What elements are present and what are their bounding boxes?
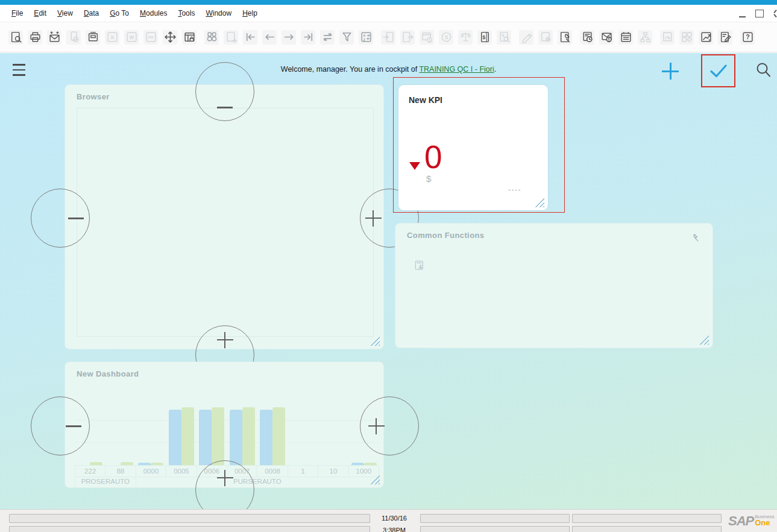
common-functions-resize-handle[interactable] <box>698 334 709 345</box>
widget-common-functions[interactable]: Common Functions <box>395 223 713 348</box>
toolbar-user-defined-values-button[interactable] <box>718 30 732 45</box>
plus-icon <box>368 418 385 434</box>
toolbar-dashboard-button <box>660 30 675 45</box>
svg-text:W: W <box>129 34 134 40</box>
toolbar-export-pdf-button: PDF <box>143 30 158 45</box>
toolbar-print-layout-designer-button[interactable] <box>86 30 100 45</box>
menu-file[interactable]: File <box>6 9 28 17</box>
status-field <box>420 526 570 532</box>
wrench-icon[interactable] <box>689 232 699 242</box>
calendar-icon <box>620 31 632 43</box>
menu-view[interactable]: View <box>52 9 78 17</box>
toolbar-pervasive-analytics-button[interactable]: s <box>699 30 713 45</box>
x-axis-label: 0000 <box>136 466 166 477</box>
toolbar-print-button[interactable] <box>28 30 42 45</box>
toolbar-print-preview-button[interactable] <box>8 30 23 45</box>
dashboard-collapse-left-button[interactable] <box>31 396 90 455</box>
welcome-text: Welcome, manager. You are in cockpit of <box>281 65 420 74</box>
kpi-resize-handle[interactable] <box>533 197 544 207</box>
menu-bar: FileEditViewDataGo ToModulesToolsWindowH… <box>0 5 777 22</box>
x-axis-label: 88 <box>105 466 136 477</box>
sap-business-one-logo: SAP Business One <box>728 514 775 528</box>
menu-tools[interactable]: Tools <box>172 9 200 17</box>
help-icon: ? <box>741 31 754 43</box>
toolbar-send-email-button[interactable] <box>47 30 61 45</box>
dashboard-expand-right-button[interactable] <box>360 396 419 455</box>
export-excel-icon: X <box>106 31 119 43</box>
add-icon <box>225 31 238 43</box>
toolbar-next-record-button[interactable] <box>282 30 296 45</box>
dashboard-icon <box>661 31 674 43</box>
toolbar-group: s <box>660 30 732 45</box>
minimize-icon[interactable] <box>739 10 746 17</box>
menu-edit[interactable]: Edit <box>28 9 52 17</box>
pan-icon <box>164 31 177 43</box>
toolbar-messages-button[interactable] <box>599 30 614 45</box>
menu-modules[interactable]: Modules <box>134 9 172 17</box>
toolbar-help-button[interactable]: ? <box>740 30 755 45</box>
x-axis-label: 1 <box>288 466 318 477</box>
edit-icon <box>520 31 533 43</box>
menu-window[interactable]: Window <box>200 9 237 17</box>
toolbar-filter-button[interactable] <box>339 30 354 45</box>
x-axis-group-label: PURSERAUTO <box>136 477 379 487</box>
toolbar-previous-record-button[interactable] <box>262 30 277 45</box>
toolbar-first-record-button[interactable] <box>243 30 257 45</box>
cockpit-link[interactable]: TRAINING QC I - Fiori <box>419 65 494 74</box>
target-document-icon <box>401 31 414 43</box>
toolbar-target-document-button <box>400 30 415 45</box>
status-date: 11/30/16 <box>371 515 417 522</box>
toolbar-export-excel-button: X <box>105 30 119 45</box>
toolbar-sort-button[interactable]: AZ <box>359 30 373 45</box>
toolbar-find-button[interactable] <box>204 30 219 45</box>
browser-collapse-left-button[interactable] <box>31 189 90 248</box>
gross-profit-icon: S <box>440 31 453 43</box>
search-icon <box>755 61 772 78</box>
base-document-icon <box>382 31 395 43</box>
welcome-period: . <box>494 65 496 74</box>
toolbar-calendar-button[interactable] <box>618 30 633 45</box>
menu-data[interactable]: Data <box>78 9 104 17</box>
toolbar-form-settings-button[interactable] <box>558 30 572 45</box>
close-icon[interactable] <box>773 9 777 17</box>
chart-gridline <box>75 420 379 421</box>
menu-help[interactable]: Help <box>237 9 263 17</box>
toolbar-group: AZ <box>204 30 373 45</box>
last-record-icon <box>302 31 315 43</box>
status-time: 3:38PM <box>371 527 417 532</box>
business-partner-document-icon[interactable] <box>414 260 425 271</box>
toolbar-export-word-button: W <box>124 30 139 45</box>
browser-collapse-top-button[interactable] <box>195 62 254 121</box>
chart-bar-series-blue-0006 <box>199 410 212 465</box>
toolbar-transaction-journal-button[interactable]: $ <box>477 30 492 45</box>
toolbar-last-record-button[interactable] <box>301 30 315 45</box>
alerts-icon <box>581 31 594 43</box>
print-icon <box>29 31 42 43</box>
confirm-button[interactable] <box>710 64 727 81</box>
kpi-title: New KPI <box>409 95 442 105</box>
minus-icon <box>66 425 81 427</box>
maximize-icon[interactable] <box>755 10 764 17</box>
toolbar-alerts-button[interactable] <box>580 30 594 45</box>
search-button[interactable] <box>755 61 772 81</box>
add-widget-button[interactable] <box>662 63 679 80</box>
kpi-unit: $ <box>426 174 431 184</box>
chart-bar-series-blue-0005 <box>169 410 181 465</box>
toolbar-lock-screen-button[interactable] <box>182 30 197 45</box>
toolbar-pan-button[interactable] <box>163 30 177 45</box>
toolbar-refresh-button[interactable] <box>320 30 335 45</box>
organizational-chart-icon <box>639 31 652 43</box>
dashboard-title: New Dashboard <box>77 369 139 378</box>
browser-resize-handle[interactable] <box>369 336 380 346</box>
widget-new-kpi[interactable]: New KPI 0 $ ---- <box>398 84 549 211</box>
window-title-stripe <box>0 0 777 5</box>
svg-text:A: A <box>363 34 366 37</box>
toolbar-group: XWPDF <box>8 30 197 45</box>
widget-browser[interactable]: Browser <box>64 84 384 349</box>
chart-bar-series-blue-0008 <box>260 410 272 465</box>
menu-go-to[interactable]: Go To <box>104 9 134 17</box>
chart-bar-series-green-0008 <box>272 407 285 465</box>
toolbar-widget-gallery-button <box>679 30 694 45</box>
menu-items: FileEditViewDataGo ToModulesToolsWindowH… <box>0 9 263 17</box>
plus-icon <box>662 63 679 80</box>
